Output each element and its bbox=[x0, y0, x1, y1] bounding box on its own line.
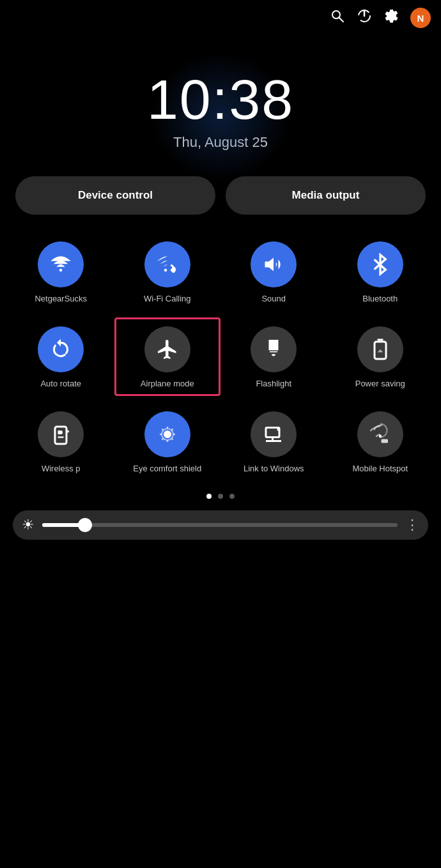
tile-eye-comfort-label: Eye comfort shield bbox=[133, 464, 201, 475]
brightness-slider[interactable] bbox=[42, 523, 398, 527]
tile-mobile-hotspot[interactable]: Mobile Hotspot bbox=[327, 402, 434, 481]
tile-airplane-mode[interactable]: Airplane mode bbox=[114, 317, 221, 396]
svg-line-20 bbox=[162, 438, 163, 439]
search-icon[interactable] bbox=[330, 8, 345, 27]
power-icon[interactable] bbox=[357, 8, 372, 27]
tile-wifi-calling-label: Wi-Fi Calling bbox=[144, 294, 191, 305]
tile-auto-rotate[interactable]: Auto rotate bbox=[8, 317, 114, 396]
svg-line-1 bbox=[339, 18, 344, 22]
svg-point-5 bbox=[164, 269, 167, 272]
tile-netgear-label: NetgearSucks bbox=[35, 294, 87, 305]
tile-wifi-calling[interactable]: Wi-Fi Calling bbox=[114, 232, 221, 311]
tile-netgear[interactable]: NetgearSucks bbox=[8, 232, 114, 311]
tile-wireless-p[interactable]: Wireless p bbox=[8, 402, 114, 481]
brightness-icon: ☀ bbox=[22, 517, 35, 533]
settings-icon[interactable] bbox=[383, 8, 399, 27]
svg-point-24 bbox=[379, 435, 382, 438]
tile-link-windows-icon bbox=[251, 411, 297, 457]
tile-flashlight[interactable]: Flashlight bbox=[220, 317, 327, 396]
tile-bluetooth-label: Bluetooth bbox=[362, 294, 398, 305]
page-dot-2 bbox=[218, 494, 223, 499]
device-control-button[interactable]: Device control bbox=[15, 176, 215, 215]
tile-power-saving[interactable]: Power saving bbox=[327, 317, 434, 396]
tile-netgear-icon bbox=[38, 241, 84, 287]
brightness-thumb[interactable] bbox=[78, 518, 92, 532]
tile-flashlight-icon bbox=[251, 326, 297, 372]
svg-rect-9 bbox=[55, 427, 66, 444]
tile-wireless-p-icon bbox=[38, 411, 84, 457]
tile-mobile-hotspot-icon bbox=[357, 411, 403, 457]
tile-eye-comfort[interactable]: Eye comfort shield bbox=[114, 402, 221, 481]
tile-auto-rotate-icon bbox=[38, 326, 84, 372]
svg-point-11 bbox=[164, 430, 171, 438]
svg-line-19 bbox=[171, 429, 173, 430]
notification-badge[interactable]: N bbox=[410, 8, 431, 28]
tile-sound-icon bbox=[251, 241, 297, 287]
status-bar: N bbox=[0, 0, 441, 33]
clock-area: 10:38 Thu, August 25 bbox=[0, 33, 441, 176]
media-output-button[interactable]: Media output bbox=[226, 176, 426, 215]
brightness-control[interactable]: ☀ ⋮ bbox=[13, 510, 428, 540]
svg-line-18 bbox=[171, 438, 173, 439]
tile-airplane-icon bbox=[144, 326, 190, 372]
svg-point-4 bbox=[59, 269, 63, 272]
tile-sound-label: Sound bbox=[261, 294, 286, 305]
tile-flashlight-label: Flashlight bbox=[256, 379, 291, 390]
quick-settings-grid: NetgearSucks Wi-Fi Calling Sound bbox=[0, 232, 441, 481]
tile-wifi-calling-icon bbox=[144, 241, 190, 287]
tile-mobile-hotspot-label: Mobile Hotspot bbox=[352, 464, 408, 475]
page-dot-3 bbox=[229, 494, 235, 499]
tile-bluetooth-icon bbox=[357, 241, 403, 287]
clock-time: 10:38 bbox=[0, 72, 441, 128]
svg-line-17 bbox=[162, 429, 163, 430]
tile-sound[interactable]: Sound bbox=[220, 232, 327, 311]
tile-wireless-p-label: Wireless p bbox=[42, 464, 81, 475]
page-dot-1 bbox=[206, 494, 212, 499]
tile-link-windows[interactable]: Link to Windows bbox=[220, 402, 327, 481]
clock-date: Thu, August 25 bbox=[0, 134, 441, 151]
brightness-menu-icon[interactable]: ⋮ bbox=[405, 517, 419, 533]
page-indicator bbox=[0, 494, 441, 499]
tile-airplane-label: Airplane mode bbox=[141, 379, 194, 390]
tile-power-saving-label: Power saving bbox=[355, 379, 405, 390]
tile-eye-comfort-icon bbox=[144, 411, 190, 457]
tile-auto-rotate-label: Auto rotate bbox=[40, 379, 81, 390]
tile-power-saving-icon bbox=[357, 326, 403, 372]
tile-link-windows-label: Link to Windows bbox=[244, 464, 304, 475]
svg-marker-6 bbox=[265, 258, 274, 271]
tile-bluetooth[interactable]: Bluetooth bbox=[327, 232, 434, 311]
quick-buttons-row: Device control Media output bbox=[0, 176, 441, 215]
